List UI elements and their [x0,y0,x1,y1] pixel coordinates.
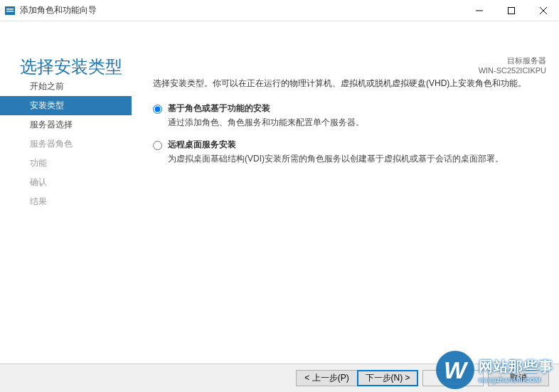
wizard-sidebar: 开始之前 安装类型 服务器选择 服务器角色 功能 确认 结果 [0,71,132,364]
cancel-button[interactable]: 取消 [488,370,549,386]
nav-before-you-begin[interactable]: 开始之前 [0,77,132,96]
body-area: 开始之前 安装类型 服务器选择 服务器角色 功能 确认 结果 选择安装类型。你可… [0,71,559,364]
nav-confirmation: 确认 [0,173,132,192]
nav-server-selection[interactable]: 服务器选择 [0,115,132,134]
header-area: 选择安装类型 目标服务器 WIN-SC252ICIKPU [0,21,559,71]
close-button[interactable] [527,0,559,21]
option-role-based[interactable]: 基于角色或基于功能的安装 通过添加角色、角色服务和功能来配置单个服务器。 [153,102,545,129]
window-controls [463,0,559,21]
intro-text: 选择安装类型。你可以在正在运行的物理计算机、虚拟机或脱机虚拟硬盘(VHD)上安装… [153,77,545,90]
install-button: 安装(I) [422,370,484,386]
nav-button-pair: < 上一步(P) 下一步(N) > [296,370,418,386]
nav-installation-type[interactable]: 安装类型 [0,96,132,115]
option-role-based-desc: 通过添加角色、角色服务和功能来配置单个服务器。 [168,116,545,129]
option-remote-desktop-title: 远程桌面服务安装 [168,139,545,151]
option-role-based-title: 基于角色或基于功能的安装 [168,102,545,115]
maximize-button[interactable] [495,0,527,21]
nav-results: 结果 [0,192,132,211]
svg-rect-2 [6,11,14,12]
next-button[interactable]: 下一步(N) > [357,370,418,386]
nav-server-roles: 服务器角色 [0,134,132,154]
minimize-button[interactable] [463,0,495,21]
main-panel: 选择安装类型。你可以在正在运行的物理计算机、虚拟机或脱机虚拟硬盘(VHD)上安装… [132,71,559,364]
nav-features: 功能 [0,154,132,173]
target-server-label: 目标服务器 [479,55,546,66]
window-titlebar: 添加角色和功能向导 [0,0,559,21]
option-remote-desktop[interactable]: 远程桌面服务安装 为虚拟桌面基础结构(VDI)安装所需的角色服务以创建基于虚拟机… [153,139,545,165]
window-title: 添加角色和功能向导 [20,4,463,16]
radio-role-based[interactable] [153,105,162,114]
svg-rect-4 [508,7,514,14]
radio-remote-desktop[interactable] [153,141,162,150]
app-icon [4,5,16,16]
footer-buttons: < 上一步(P) 下一步(N) > 安装(I) 取消 [0,364,559,392]
previous-button[interactable]: < 上一步(P) [296,370,357,386]
option-remote-desktop-desc: 为虚拟桌面基础结构(VDI)安装所需的角色服务以创建基于虚拟机或基于会话的桌面部… [168,152,545,165]
svg-rect-1 [6,9,14,10]
